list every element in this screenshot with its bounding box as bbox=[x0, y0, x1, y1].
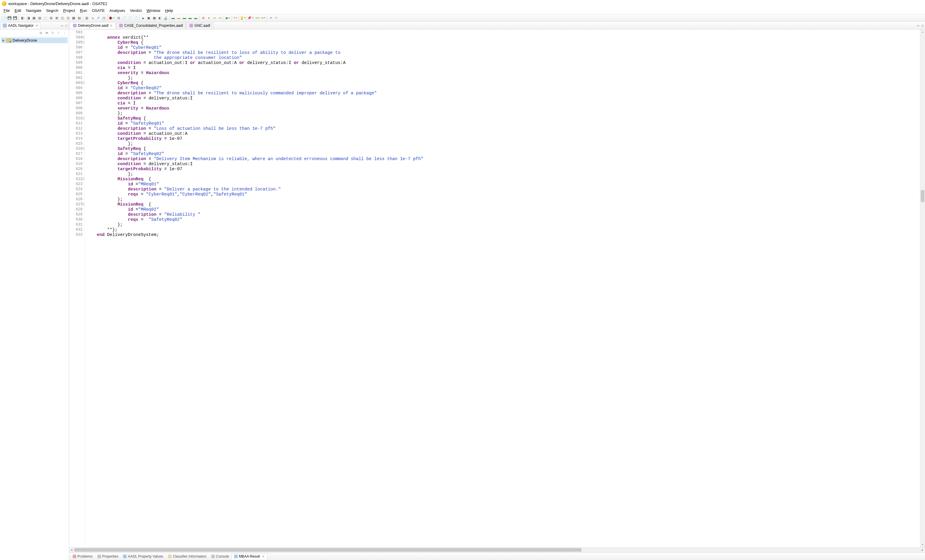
scroll-thumb[interactable] bbox=[74, 548, 582, 552]
run-button[interactable]: ▶ bbox=[225, 15, 230, 21]
menu-osate[interactable]: OSATE bbox=[89, 8, 107, 14]
expand-arrow-icon[interactable]: ▶ bbox=[2, 39, 5, 42]
view-menu-icon[interactable]: ⠇ bbox=[56, 30, 61, 35]
save-button[interactable]: 💾 bbox=[7, 15, 12, 21]
collapse-all-icon[interactable]: ⊟ bbox=[38, 30, 43, 35]
tool-icon[interactable]: ▦ bbox=[31, 15, 37, 21]
tool-icon[interactable]: ➡ bbox=[217, 15, 223, 21]
back-button[interactable]: ⬅ bbox=[255, 15, 260, 21]
separator bbox=[267, 15, 267, 21]
minimize-icon[interactable]: ▭ bbox=[60, 24, 64, 28]
tool-icon[interactable]: 💡 bbox=[240, 15, 245, 21]
menu-icon[interactable]: ⋮ bbox=[62, 30, 67, 35]
tool-icon[interactable]: ▤ bbox=[37, 15, 42, 21]
tool-icon[interactable]: ● bbox=[206, 15, 211, 21]
tool-icon[interactable]: ▬ bbox=[187, 15, 193, 21]
tool-icon[interactable]: ◨ bbox=[26, 15, 31, 21]
maximize-icon[interactable]: ◻ bbox=[920, 24, 924, 28]
scroll-up-icon[interactable]: ▴ bbox=[920, 30, 925, 35]
tool-icon[interactable]: ⊞ bbox=[48, 15, 54, 21]
tool-icon[interactable]: ◐ bbox=[157, 15, 163, 21]
tool-icon[interactable]: 📌 bbox=[247, 15, 253, 21]
debug-button[interactable]: 🐞 bbox=[108, 15, 114, 21]
close-icon[interactable]: ✕ bbox=[110, 24, 113, 28]
tool-icon[interactable]: 📄 bbox=[122, 15, 127, 21]
new-button[interactable]: 📄 bbox=[1, 15, 6, 21]
tool-icon[interactable]: ▬ bbox=[182, 15, 187, 21]
tool-icon[interactable]: ↗ bbox=[95, 15, 101, 21]
tab-aadl-property-values[interactable]: AADL Property Values bbox=[121, 554, 166, 559]
filter-icon[interactable]: ▽ bbox=[50, 30, 55, 35]
tool-icon[interactable]: ⬚ bbox=[42, 15, 48, 21]
tab-console[interactable]: Console bbox=[209, 554, 232, 559]
tool-icon[interactable]: ◧ bbox=[20, 15, 25, 21]
maximize-icon[interactable]: ◻ bbox=[64, 24, 68, 28]
tool-icon[interactable]: ▬ bbox=[170, 15, 176, 21]
menu-project[interactable]: Project bbox=[61, 8, 77, 14]
tab-problems[interactable]: Problems bbox=[70, 554, 95, 559]
menu-search[interactable]: Search bbox=[44, 8, 61, 14]
tool-icon[interactable]: ▬ bbox=[176, 15, 181, 21]
project-tree[interactable]: ▶ DeliveryDrone bbox=[0, 36, 69, 44]
link-editor-icon[interactable]: ⇆ bbox=[44, 30, 49, 35]
tab-properties[interactable]: Properties bbox=[95, 554, 121, 559]
tool-icon[interactable]: ▲ bbox=[140, 15, 146, 21]
scroll-right-icon[interactable]: ▸ bbox=[920, 548, 925, 551]
menu-run[interactable]: Run bbox=[77, 8, 89, 14]
tool-icon[interactable]: 🔬 bbox=[163, 15, 168, 21]
sidebar: AADL Navigator ✕ ▭ ◻ ⊟ ⇆ ▽ ⠇ ⋮ ▶ Deliver… bbox=[0, 22, 69, 560]
tool-icon[interactable]: 📄 bbox=[127, 15, 133, 21]
horizontal-scrollbar[interactable]: ◂ ▸ bbox=[69, 547, 925, 552]
stop-icon[interactable]: ⊘ bbox=[200, 15, 206, 21]
tool-icon[interactable]: ⊟ bbox=[116, 15, 121, 21]
tool-icon[interactable]: ◫ bbox=[60, 15, 65, 21]
menu-navigate[interactable]: Navigate bbox=[24, 8, 44, 14]
tool-icon[interactable]: ↗ bbox=[268, 15, 273, 21]
tool-icon[interactable]: ⊠ bbox=[54, 15, 59, 21]
scroll-left-icon[interactable]: ◂ bbox=[69, 548, 74, 551]
menu-edit[interactable]: Edit bbox=[12, 8, 24, 14]
menu-window[interactable]: Window bbox=[144, 8, 163, 14]
tool-icon[interactable]: ▣ bbox=[146, 15, 151, 21]
tab-classifier-information[interactable]: Classifier Information bbox=[166, 554, 209, 559]
code-editor[interactable]: 593594-595-596597598599600601602603-6046… bbox=[69, 30, 925, 547]
editor-tab-deliverydrone[interactable]: DeliveryDrone.aadl ✕ bbox=[70, 22, 116, 29]
menu-analyses[interactable]: Analyses bbox=[107, 8, 128, 14]
tree-node-project[interactable]: ▶ DeliveryDrone bbox=[1, 38, 68, 43]
tool-icon[interactable]: ✎ bbox=[232, 15, 238, 21]
tab-label: Classifier Information bbox=[173, 554, 206, 558]
close-icon[interactable]: ✕ bbox=[35, 24, 38, 28]
tool-icon[interactable]: ◳ bbox=[101, 15, 106, 21]
close-icon[interactable]: ✕ bbox=[262, 555, 265, 558]
tab-mbaa-result[interactable]: MBAA Result✕ bbox=[232, 553, 267, 559]
tool-icon[interactable]: ▬ bbox=[193, 15, 199, 21]
tool-icon[interactable]: ▤ bbox=[77, 15, 82, 21]
tool-icon[interactable]: ⊡ bbox=[65, 15, 71, 21]
menu-verdict[interactable]: Verdict bbox=[128, 8, 144, 14]
tool-icon[interactable]: ⬅ bbox=[212, 15, 217, 21]
scroll-down-icon[interactable]: ▾ bbox=[920, 542, 925, 547]
code-content[interactable]: annex verdict{** CyberReq { id = "CyberR… bbox=[84, 30, 920, 547]
tool-icon[interactable]: ↘ bbox=[90, 15, 95, 21]
window-title: workspace - DeliveryDrone/DeliveryDrone.… bbox=[8, 2, 107, 6]
tree-node-label: DeliveryDrone bbox=[12, 38, 37, 42]
aadl-icon bbox=[123, 555, 127, 558]
tool-icon[interactable]: ✎ bbox=[273, 15, 279, 21]
tool-icon[interactable]: ▦ bbox=[71, 15, 76, 21]
sidebar-tab-navigator[interactable]: AADL Navigator ✕ bbox=[1, 22, 40, 29]
tool-icon[interactable]: 📄 bbox=[133, 15, 138, 21]
mbaa-icon bbox=[234, 555, 238, 558]
tool-icon[interactable]: ▥ bbox=[84, 15, 89, 21]
app-icon bbox=[2, 1, 6, 6]
editor-tab-gnc[interactable]: GNC.aadl bbox=[186, 22, 214, 29]
editor-tab-case[interactable]: CASE_Consolidated_Properties.aadl bbox=[116, 22, 186, 29]
minimize-icon[interactable]: ▭ bbox=[916, 24, 920, 28]
tool-icon[interactable]: ▦ bbox=[152, 15, 157, 21]
tab-label: Problems bbox=[77, 554, 93, 558]
menu-help[interactable]: Help bbox=[163, 8, 175, 14]
vertical-scrollbar[interactable]: ▴ ▾ bbox=[920, 30, 925, 547]
scroll-thumb[interactable] bbox=[921, 190, 924, 202]
forward-button[interactable]: ➡ bbox=[261, 15, 266, 21]
save-all-button[interactable]: 💾 bbox=[12, 15, 18, 21]
menu-file[interactable]: File bbox=[1, 8, 12, 14]
